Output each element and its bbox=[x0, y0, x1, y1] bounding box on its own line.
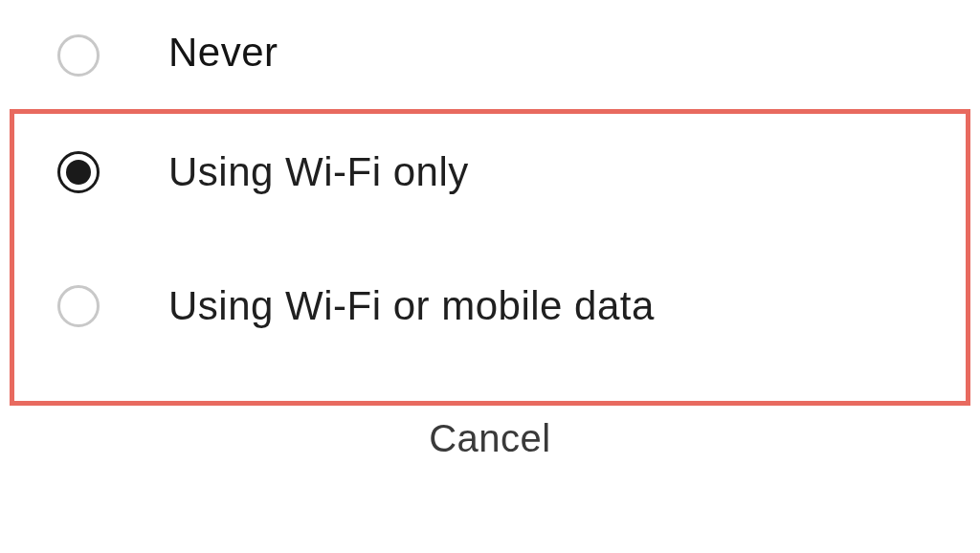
option-wifi-or-mobile[interactable]: Using Wi-Fi or mobile data bbox=[0, 239, 980, 373]
option-never[interactable]: Never bbox=[0, 0, 980, 105]
option-label: Using Wi-Fi only bbox=[168, 149, 469, 195]
radio-icon bbox=[57, 151, 100, 193]
option-label: Using Wi-Fi or mobile data bbox=[168, 283, 655, 329]
option-wifi-only[interactable]: Using Wi-Fi only bbox=[0, 105, 980, 239]
cancel-button[interactable]: Cancel bbox=[429, 417, 551, 460]
radio-options-list: Never Using Wi-Fi only Using Wi-Fi or mo… bbox=[0, 0, 980, 373]
dialog-actions: Cancel bbox=[0, 373, 980, 460]
radio-icon bbox=[57, 34, 100, 77]
radio-icon bbox=[57, 285, 100, 327]
option-label: Never bbox=[168, 30, 278, 76]
